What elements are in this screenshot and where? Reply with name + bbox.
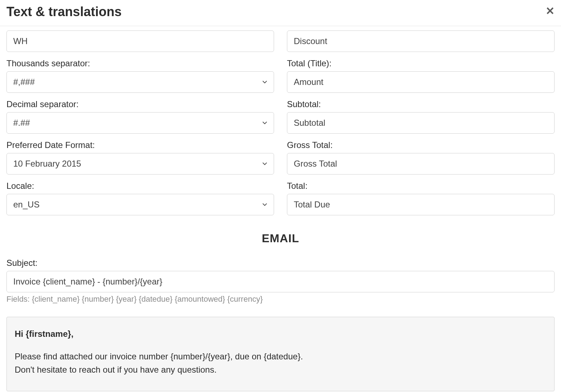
left-column: Thousands separator: #,### Decimal separ… bbox=[6, 26, 274, 215]
total-title-label: Total (Title): bbox=[287, 58, 555, 68]
modal-title: Text & translations bbox=[6, 4, 121, 19]
subtotal-label: Subtotal: bbox=[287, 99, 555, 109]
decimal-separator-select[interactable]: #.## bbox=[6, 112, 274, 134]
discount-input[interactable] bbox=[287, 30, 555, 52]
email-fields-hint: Fields: {client_name} {number} {year} {d… bbox=[6, 295, 555, 304]
top-row: Thousands separator: #,### Decimal separ… bbox=[6, 26, 555, 215]
subtotal-input[interactable] bbox=[287, 112, 555, 134]
gross-total-input[interactable] bbox=[287, 153, 555, 175]
email-subject-input[interactable] bbox=[6, 271, 555, 292]
locale-label: Locale: bbox=[6, 181, 274, 191]
gross-total-label: Gross Total: bbox=[287, 140, 555, 150]
date-format-label: Preferred Date Format: bbox=[6, 140, 274, 150]
email-section-title: EMAIL bbox=[6, 232, 555, 245]
thousands-separator-label: Thousands separator: bbox=[6, 58, 274, 68]
right-column: Total (Title): Subtotal: Gross Total: To… bbox=[287, 26, 555, 215]
thousands-separator-select[interactable]: #,### bbox=[6, 71, 274, 93]
total-title-input[interactable] bbox=[287, 71, 555, 93]
locale-select[interactable]: en_US bbox=[6, 194, 274, 215]
close-icon[interactable]: ✕ bbox=[546, 4, 555, 16]
total-input[interactable] bbox=[287, 194, 555, 215]
text-translations-modal: Text & translations ✕ Thousands separato… bbox=[0, 0, 561, 392]
email-body-line: Please find attached our invoice number … bbox=[15, 350, 546, 363]
email-body-greeting: Hi {firstname}, bbox=[15, 327, 546, 340]
date-format-select[interactable]: 10 February 2015 bbox=[6, 153, 274, 175]
wh-input[interactable] bbox=[6, 30, 274, 52]
decimal-separator-label: Decimal separator: bbox=[6, 99, 274, 109]
email-body-line: Don't hesitate to reach out if you have … bbox=[15, 363, 546, 376]
email-body-editor[interactable]: Hi {firstname}, Please find attached our… bbox=[6, 317, 555, 391]
subject-label: Subject: bbox=[6, 258, 555, 268]
total-label: Total: bbox=[287, 181, 555, 191]
modal-header: Text & translations ✕ bbox=[0, 0, 561, 26]
form-body: Thousands separator: #,### Decimal separ… bbox=[0, 26, 561, 392]
